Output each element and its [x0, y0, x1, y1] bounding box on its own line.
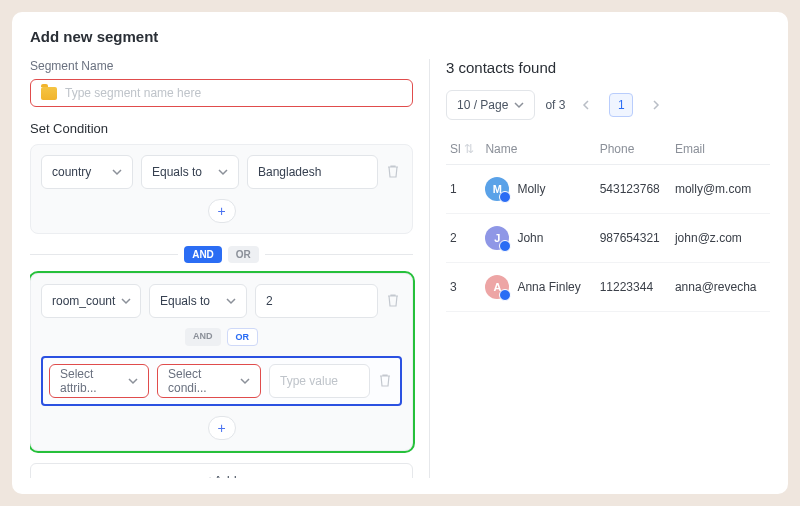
attr-value: room_count	[52, 294, 115, 308]
left-panel: Segment Name Set Condition country Equal…	[30, 59, 430, 478]
page-number[interactable]: 1	[609, 93, 633, 117]
chevron-down-icon	[226, 296, 236, 306]
add-condition-button[interactable]: +	[208, 199, 236, 223]
trash-icon[interactable]	[386, 293, 402, 309]
chevron-down-icon	[121, 296, 131, 306]
attr-select[interactable]: room_count	[41, 284, 141, 318]
chevron-down-icon	[112, 167, 122, 177]
trash-icon[interactable]	[378, 373, 394, 389]
avatar: J	[485, 226, 509, 250]
next-page-button[interactable]	[643, 93, 667, 117]
set-condition-label: Set Condition	[30, 121, 413, 136]
right-panel: 3 contacts found 10 / Page of 3 1 Sl ⇅ N…	[430, 59, 770, 478]
and-pill[interactable]: AND	[184, 246, 222, 263]
condition-group-2: room_count Equals to AND OR	[30, 273, 413, 451]
chevron-down-icon	[218, 167, 228, 177]
condition-group-1: country Equals to +	[30, 144, 413, 234]
cell-phone: 11223344	[596, 263, 671, 312]
add-group-button[interactable]: +Add	[30, 463, 413, 478]
cell-name: JJohn	[485, 226, 591, 250]
value-input[interactable]	[280, 374, 359, 388]
per-page-value: 10 / Page	[457, 98, 508, 112]
or-pill[interactable]: OR	[228, 246, 259, 263]
value-input[interactable]	[266, 294, 367, 308]
cell-sl: 1	[446, 165, 481, 214]
table-row[interactable]: 3AAnna Finley11223344anna@revecha	[446, 263, 770, 312]
cell-phone: 987654321	[596, 214, 671, 263]
col-phone: Phone	[596, 134, 671, 165]
cell-sl: 2	[446, 214, 481, 263]
chevron-down-icon	[240, 376, 250, 386]
op-placeholder: Select condi...	[168, 367, 234, 395]
attr-value: country	[52, 165, 91, 179]
operator-select[interactable]: Equals to	[141, 155, 239, 189]
pagination: 10 / Page of 3 1	[446, 90, 770, 120]
trash-icon[interactable]	[386, 164, 402, 180]
cell-phone: 543123768	[596, 165, 671, 214]
col-name: Name	[481, 134, 595, 165]
value-input-wrap[interactable]	[247, 155, 378, 189]
cell-sl: 3	[446, 263, 481, 312]
value-input[interactable]	[258, 165, 367, 179]
folder-icon	[41, 87, 57, 100]
attr-select[interactable]: Select attrib...	[49, 364, 149, 398]
operator-select[interactable]: Equals to	[149, 284, 247, 318]
add-condition-button[interactable]: +	[208, 416, 236, 440]
segment-name-input[interactable]	[65, 86, 402, 100]
or-pill[interactable]: OR	[227, 328, 259, 346]
group-operator-1: AND OR	[30, 246, 413, 263]
cell-name: MMolly	[485, 177, 591, 201]
attr-select[interactable]: country	[41, 155, 133, 189]
cell-email: molly@m.com	[671, 165, 770, 214]
chevron-down-icon	[514, 100, 524, 110]
results-title: 3 contacts found	[446, 59, 770, 76]
value-input-wrap[interactable]	[255, 284, 378, 318]
sort-icon: ⇅	[464, 142, 474, 156]
prev-page-button[interactable]	[575, 93, 599, 117]
avatar: A	[485, 275, 509, 299]
cell-name: AAnna Finley	[485, 275, 591, 299]
table-row[interactable]: 1MMolly543123768molly@m.com	[446, 165, 770, 214]
per-page-select[interactable]: 10 / Page	[446, 90, 535, 120]
segment-name-field[interactable]	[30, 79, 413, 107]
op-value: Equals to	[152, 165, 202, 179]
inner-operator: AND OR	[41, 328, 402, 346]
op-value: Equals to	[160, 294, 210, 308]
condition-row-new: Select attrib... Select condi...	[41, 356, 402, 406]
col-email: Email	[671, 134, 770, 165]
operator-select[interactable]: Select condi...	[157, 364, 261, 398]
col-sl[interactable]: Sl ⇅	[446, 134, 481, 165]
cell-email: anna@revecha	[671, 263, 770, 312]
attr-placeholder: Select attrib...	[60, 367, 122, 395]
contacts-table: Sl ⇅ Name Phone Email 1MMolly543123768mo…	[446, 134, 770, 312]
chevron-down-icon	[128, 376, 138, 386]
and-pill[interactable]: AND	[185, 328, 221, 346]
cell-email: john@z.com	[671, 214, 770, 263]
page-title: Add new segment	[30, 28, 770, 45]
segment-name-label: Segment Name	[30, 59, 413, 73]
of-text: of 3	[545, 98, 565, 112]
avatar: M	[485, 177, 509, 201]
value-input-wrap[interactable]	[269, 364, 370, 398]
table-row[interactable]: 2JJohn987654321john@z.com	[446, 214, 770, 263]
